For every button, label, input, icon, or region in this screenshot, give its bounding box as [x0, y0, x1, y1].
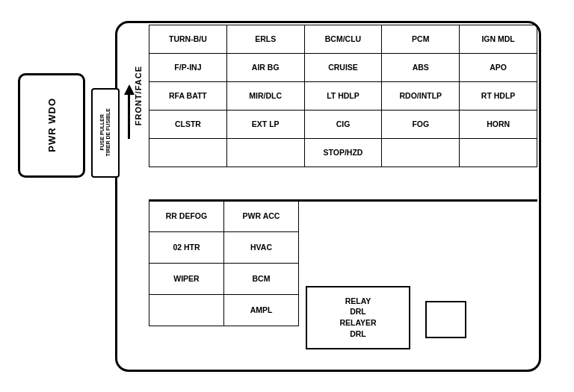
table-row: 02 HTR HVAC: [149, 231, 299, 263]
cell-clstr: CLSTR: [149, 110, 227, 138]
cell-lt-hdlp: LT HDLP: [304, 81, 382, 110]
cell-empty-2: [226, 138, 304, 167]
arrow-up-icon: [124, 84, 135, 95]
cell-fp-inj: F/P-INJ: [149, 53, 227, 81]
cell-stop-hzd: STOP/HZD: [304, 138, 382, 167]
lower-fuse-grid: RR DEFOG PWR ACC 02 HTR HVAC WIPER BCM A…: [149, 200, 299, 326]
cell-abs: ABS: [382, 53, 460, 81]
cell-air-bg: AIR BG: [226, 53, 304, 81]
cell-empty-1: [149, 138, 227, 167]
cell-02-htr: 02 HTR: [149, 231, 224, 263]
cell-bcm: BCM: [224, 263, 299, 294]
grid-area: TURN-B/U ERLS BCM/CLU PCM IGN MDL F/P-IN…: [149, 25, 537, 361]
table-row: RFA BATT MIR/DLC LT HDLP RDO/INTLP RT HD…: [149, 81, 537, 110]
cell-empty-5: [149, 294, 224, 326]
cell-empty-4: [460, 138, 537, 167]
table-row: TURN-B/U ERLS BCM/CLU PCM IGN MDL: [149, 25, 537, 53]
table-row: RR DEFOG PWR ACC: [149, 200, 299, 231]
cell-rfa-batt: RFA BATT: [149, 81, 227, 110]
table-row: STOP/HZD: [149, 138, 537, 167]
relay-label: RELAY DRL RELAYER DRL: [339, 296, 376, 340]
fuse-puller-panel: FUSE PULLER TIRER DE FUSIBLE: [91, 88, 120, 178]
pwr-wdo-label: PWR WDO: [46, 98, 58, 152]
cell-empty-3: [382, 138, 460, 167]
table-row: CLSTR EXT LP CIG FOG HORN: [149, 110, 537, 138]
cell-erls: ERLS: [226, 25, 304, 53]
cell-pcm: PCM: [382, 25, 460, 53]
cell-rr-defog: RR DEFOG: [149, 200, 224, 231]
small-box: [425, 301, 466, 338]
cell-hvac: HVAC: [224, 231, 299, 263]
cell-ampl: AMPL: [224, 294, 299, 326]
cell-bcm-clu: BCM/CLU: [304, 25, 382, 53]
cell-horn: HORN: [460, 110, 537, 138]
fuse-puller-label: FUSE PULLER TIRER DE FUSIBLE: [99, 108, 112, 157]
relay-box: RELAY DRL RELAYER DRL: [306, 286, 410, 349]
cell-apo: APO: [460, 53, 537, 81]
cell-rt-hdlp: RT HDLP: [460, 81, 537, 110]
cell-wiper: WIPER: [149, 263, 224, 294]
table-row: WIPER BCM: [149, 263, 299, 294]
cell-cig: CIG: [304, 110, 382, 138]
upper-fuse-grid: TURN-B/U ERLS BCM/CLU PCM IGN MDL F/P-IN…: [149, 25, 537, 167]
pwr-wdo-panel: PWR WDO: [18, 73, 85, 178]
cell-cruise: CRUISE: [304, 53, 382, 81]
cell-ign-mdl: IGN MDL: [460, 25, 537, 53]
front-face-label: FRONT/FACE: [134, 66, 143, 125]
cell-ext-lp: EXT LP: [226, 110, 304, 138]
cell-mir-dlc: MIR/DLC: [226, 81, 304, 110]
table-row: AMPL: [149, 294, 299, 326]
cell-turn-bu: TURN-B/U: [149, 25, 227, 53]
diagram-container: PWR WDO FUSE PULLER TIRER DE FUSIBLE FRO…: [18, 13, 556, 379]
cell-fog: FOG: [382, 110, 460, 138]
cell-pwr-acc: PWR ACC: [224, 200, 299, 231]
arrow-line: [128, 94, 130, 139]
table-row: F/P-INJ AIR BG CRUISE ABS APO: [149, 53, 537, 81]
cell-rdo-intlp: RDO/INTLP: [382, 81, 460, 110]
